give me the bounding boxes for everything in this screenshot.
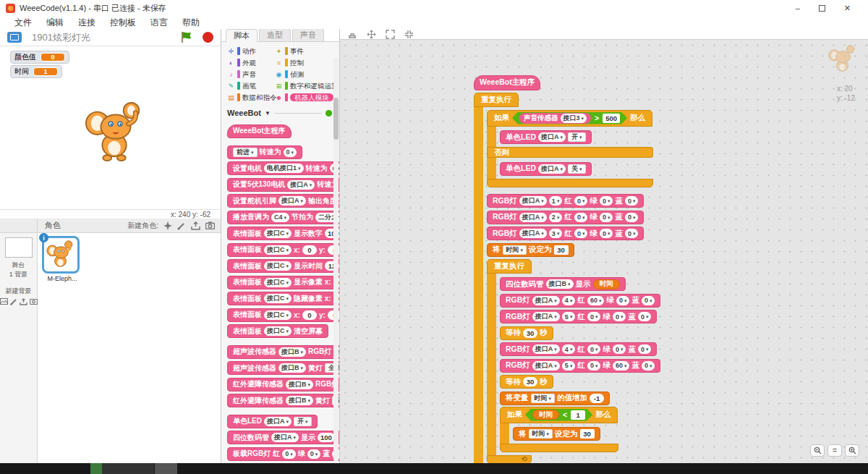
stage-canvas[interactable]: 颜色值 0 时间 1 [0,46,221,210]
stack-block[interactable]: 前进▾转速为0▾ [227,145,302,159]
category-robot[interactable]: ☻机器人模块 [275,92,340,103]
menu-board[interactable]: 控制板 [103,17,143,29]
upload-backdrop-icon[interactable] [20,298,27,305]
dropdown[interactable]: 4▾ [562,296,576,305]
boolean-condition[interactable]: 时间<1 [525,409,592,421]
fullscreen-icon[interactable] [7,32,22,43]
dropdown[interactable]: 接口B▾ [278,347,306,357]
repeat-block[interactable]: 重复执行如果声音传感器接口3▾>500那么单色LED接口A▾开▾否则单色LED接… [474,92,660,464]
stack-block[interactable]: 表情面板接口C▾x:0y:0显示字符H [227,243,339,257]
dropdown[interactable]: 0▾ [574,229,588,238]
dropdown[interactable]: 0▾ [625,196,639,206]
stack-block[interactable]: RGB灯接口A▾5▾红0▾绿60▾蓝0▾ [500,359,660,373]
text-input[interactable]: 30 [554,245,569,255]
dropdown[interactable]: 0▾ [307,449,321,459]
dropdown[interactable]: 接口C▾ [264,261,292,271]
green-flag-icon[interactable] [179,31,192,43]
dropdown[interactable]: 接口A▾ [278,196,306,206]
stack-block[interactable]: 等待30秒 [500,375,553,389]
dropdown[interactable]: 前进▾ [233,148,258,157]
stage-thumbnail[interactable] [5,237,33,258]
zoom-reset-button[interactable]: = [827,444,842,457]
dropdown[interactable]: 接口C▾ [264,245,292,255]
dropdown[interactable]: 5▾ [562,361,576,371]
dropdown[interactable]: 接口C▾ [264,326,292,336]
stack-block[interactable]: 单色LED接口A▾开▾ [500,130,592,144]
stack-block[interactable]: 四位数码管接口B▾显示时间 [500,277,626,291]
category-looks[interactable]: ◐外观 [227,57,275,68]
sensor-reporter-block[interactable]: 声音传感器接口3▾ [519,113,591,124]
dropdown[interactable]: 0▾ [600,229,613,238]
number-input[interactable]: 0 [302,245,317,255]
zoom-out-button[interactable] [810,444,825,457]
dropdown[interactable]: 0▾ [638,344,652,354]
dropdown[interactable]: 电机接口1▾ [264,164,304,173]
dropdown[interactable]: 1▾ [549,196,563,206]
dropdown[interactable]: 接口A▾ [264,417,292,426]
stack-block[interactable]: 表情面板接口C▾显示时间12:▾30 [227,259,339,273]
dropdown[interactable]: 2▾ [549,213,563,222]
dropdown[interactable]: 接口A▾ [519,196,547,206]
menu-connect[interactable]: 连接 [71,17,103,29]
category-motion[interactable]: ✛动作 [227,46,275,56]
zoom-to-fit-icon[interactable] [386,30,395,39]
stack-block[interactable]: RGB灯接口A▾4▾红60▾绿0▾蓝0▾ [500,294,660,308]
dropdown[interactable]: 接口B▾ [546,279,574,289]
stack-block[interactable]: RGB灯接口A▾2▾红0▾绿0▾蓝0▾ [487,211,644,224]
dropdown[interactable]: 0▾ [587,361,601,371]
dropdown[interactable]: 时间▾ [529,429,553,439]
dropdown[interactable]: 接口A▾ [519,229,547,238]
dropdown[interactable]: 接口A▾ [271,433,299,442]
stack-block[interactable]: 表情面板接口C▾显示像素 x:0y:0 [227,276,339,289]
close-button[interactable]: ✕ [844,4,851,12]
number-input[interactable]: -1 [590,394,604,403]
dropdown[interactable]: 接口A▾ [532,344,560,354]
sprite-info-icon[interactable]: i [39,233,48,242]
dropdown[interactable]: 关▾ [568,164,586,174]
dropdown[interactable]: 时间▾ [503,245,527,255]
text-input[interactable]: 30 [580,429,595,439]
stack-block[interactable]: RGB灯接口A▾1▾红0▾绿0▾蓝0▾ [487,194,644,208]
stage-selector[interactable]: 舞台 1 背景 新建背景 [0,233,38,463]
dropdown[interactable]: 接口A▾ [287,180,315,190]
text-input[interactable]: 500 [603,114,620,123]
dropdown[interactable]: 接口C▾ [264,294,292,303]
text-input[interactable]: 1 [571,410,585,420]
dropdown[interactable]: 0▾ [613,312,626,321]
menu-language[interactable]: 语言 [143,17,175,29]
dropdown[interactable]: 0▾ [574,213,588,222]
category-sound[interactable]: ♪声音 [227,69,275,80]
dropdown[interactable]: 接口A▾ [532,312,560,321]
variable-watcher[interactable]: 颜色值 0 [10,51,69,64]
stack-block[interactable]: 将时间▾设定为30 [487,243,574,257]
stack-block[interactable]: 表情面板接口C▾显示数字100 [227,227,339,240]
dropdown[interactable]: 0▾ [284,148,297,157]
extension-name[interactable]: WeeeBot [227,109,261,117]
variable-watcher[interactable]: 时间 1 [10,65,62,78]
variable-reporter[interactable]: 时间 [532,410,559,420]
stack-block[interactable]: 超声波传感器接口B▾RGB灯全部▾红0▾绿0▾ [227,345,339,359]
zoom-in-button[interactable] [845,444,859,457]
stack-block[interactable]: RGB灯接口A▾4▾红0▾绿0▾蓝0▾ [500,342,657,356]
dropdown[interactable]: 0▾ [642,296,655,305]
hat-block[interactable]: WeeeBot主程序 [227,124,292,138]
category-operators[interactable]: ⊞数字和逻辑运算 [275,80,340,91]
variable-reporter[interactable]: 时间 [593,279,620,289]
dropdown[interactable]: 接口3▾ [561,114,587,123]
stack-block[interactable]: 板载RGB灯红0▾绿0▾蓝0▾ [227,447,339,461]
taskbar[interactable] [0,463,868,474]
number-input[interactable]: 100 [318,433,335,442]
dropdown[interactable]: 0▾ [587,312,601,321]
shrink-icon[interactable] [404,30,414,39]
menu-file[interactable]: 文件 [7,17,39,29]
dropdown[interactable]: 0▾ [642,361,655,371]
dropdown[interactable]: 接口A▾ [532,296,560,305]
tab-costumes[interactable]: 造型 [259,29,291,41]
if-else-block[interactable]: 如果声音传感器接口3▾>500那么单色LED接口A▾开▾否则单色LED接口A▾关… [487,110,653,187]
stamp-icon[interactable] [347,30,357,39]
taskbar-item[interactable] [102,463,154,474]
tab-sounds[interactable]: 声音 [292,29,324,41]
scrollbar-thumb[interactable] [333,98,339,140]
stack-block[interactable]: 播放音调为C4▾节拍为二分之一▾ [227,211,339,224]
move-icon[interactable] [367,30,376,39]
